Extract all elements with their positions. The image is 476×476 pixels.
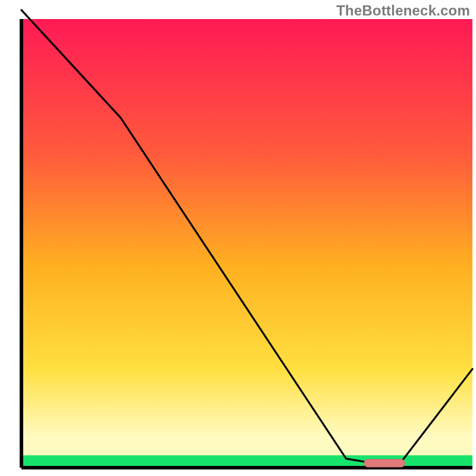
optimal-marker: [364, 459, 405, 467]
plot-background: [21, 19, 472, 468]
chart-root: { "watermark": "TheBottleneck.com", "col…: [0, 0, 476, 476]
bottleneck-chart: [0, 0, 476, 476]
